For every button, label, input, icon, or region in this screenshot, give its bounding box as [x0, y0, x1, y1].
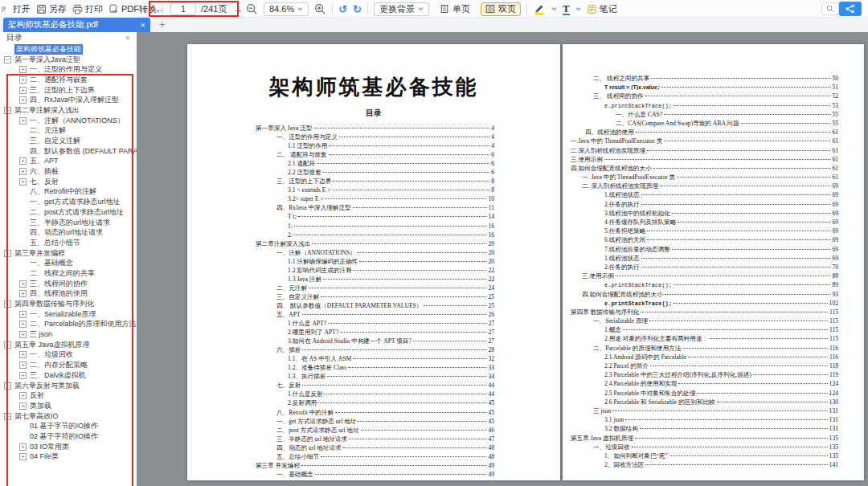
expand-icon[interactable]: + [19, 311, 27, 318]
expand-icon[interactable]: + [19, 66, 27, 73]
toc-tree-item[interactable]: 五、总结小细节 [0, 238, 137, 248]
save-as-button[interactable]: 另存 [36, 3, 67, 15]
toc-tree-item[interactable]: +三、泛型的上下边界 [0, 85, 137, 96]
toc-tree-item[interactable]: 三、自定义注解 [0, 136, 137, 146]
toc-tree-item[interactable]: +二、Parcelable的原理和使用方法 [0, 320, 137, 330]
toc-tree-item[interactable]: 四、动态的url地址请求 [0, 227, 137, 238]
collapse-icon[interactable]: − [4, 382, 11, 390]
toc-tree-item[interactable]: +反射 [0, 390, 137, 401]
expand-icon[interactable]: + [19, 87, 27, 94]
search-input[interactable] [821, 2, 839, 15]
collapse-icon[interactable]: − [4, 341, 11, 349]
toc-tree-label: 二、内存分配策略 [30, 360, 88, 370]
expand-icon[interactable]: + [19, 392, 27, 399]
expand-icon[interactable]: + [19, 178, 27, 186]
expand-icon[interactable]: + [19, 290, 27, 297]
document-tab[interactable]: 架构师筑基必备技能.pdf × [3, 18, 150, 32]
zoom-in-icon[interactable] [314, 3, 326, 15]
rotate-left-icon[interactable]: ↺ [338, 3, 347, 15]
collapse-icon[interactable]: − [4, 250, 11, 257]
outline-close-icon[interactable]: × [125, 33, 130, 43]
highlighter-button[interactable] [533, 2, 546, 15]
toc-tree-item[interactable]: 02 基于字符的IO操作 [0, 431, 137, 442]
toc-tree-item[interactable]: −第二章注解深入浅出 [0, 105, 137, 116]
print-button[interactable]: 打印 [72, 3, 103, 15]
toc-tree-item[interactable]: 二、线程之间的共享 [0, 268, 137, 279]
toc-tree-item[interactable]: 二、元注解 [0, 126, 137, 137]
rotate-right-icon[interactable]: ↻ [353, 3, 362, 15]
chevron-down-icon[interactable] [551, 7, 557, 11]
toc-tree-item[interactable]: −第三章并发编程 [0, 248, 137, 259]
expand-icon[interactable]: + [19, 443, 27, 451]
toc-tree-item[interactable]: 四、默认参数值 (DEFAULT PARAMET [0, 146, 137, 157]
note-button[interactable]: 笔记 [587, 3, 617, 15]
toc-tree-item[interactable]: 01 基于字节的IO操作 [0, 421, 137, 431]
toc-tree-item[interactable]: +二、内存分配策略 [0, 360, 137, 370]
expand-icon[interactable]: + [19, 157, 27, 165]
toc-tree-item[interactable]: +四、线程池的使用 [0, 289, 137, 300]
toc-tree-item[interactable]: 一、基础概念 [0, 258, 137, 268]
next-page-button[interactable]: → [231, 1, 243, 17]
toc-tree-item[interactable]: 二、post方式请求静态url地址 [0, 207, 137, 218]
expand-icon[interactable]: + [19, 361, 27, 369]
collapse-icon[interactable]: − [4, 300, 11, 308]
expand-icon[interactable]: + [19, 96, 27, 104]
document-canvas[interactable]: 架构师筑基必备技能 目录 第一章深入 Java 泛型4一、泛型的作用与定义41.… [137, 32, 868, 486]
toc-line: 五、总结小细节48 [276, 453, 494, 462]
toc-tree-item[interactable]: +五、APT [0, 157, 137, 167]
expand-icon[interactable]: + [19, 168, 27, 175]
expand-icon[interactable]: + [19, 402, 27, 410]
toc-tree-item[interactable]: +三、Dalvik虚拟机 [0, 370, 137, 381]
single-page-button[interactable]: 单页 [435, 2, 475, 16]
toc-tree-item[interactable]: 架构师筑基必备技能 [0, 44, 137, 55]
toc-tree-item[interactable]: −第一章深入Java泛型 [0, 55, 137, 65]
expand-icon[interactable]: + [19, 76, 27, 84]
toc-tree-item[interactable]: +三 json [0, 329, 137, 340]
pdf-convert-button[interactable]: PDF转换 [108, 3, 157, 15]
open-button[interactable]: 打开 [13, 3, 31, 15]
collapse-icon[interactable]: − [4, 413, 11, 420]
toc-tree-item[interactable]: +一、垃圾回收 [0, 350, 137, 361]
toc-tree-item[interactable]: 八、Retrofit中的注解 [0, 187, 137, 198]
page-number-input[interactable] [170, 2, 196, 15]
collapse-icon[interactable]: − [4, 107, 11, 114]
toc-tree-item[interactable]: +四、RxJava中深入理解泛型 [0, 95, 137, 105]
double-page-button[interactable]: 双页 [481, 2, 521, 16]
toc-tree-item[interactable]: −第六章反射与类加载 [0, 381, 137, 391]
text-color-button[interactable]: T [563, 3, 570, 15]
toc-tree-item[interactable]: +七、反射 [0, 177, 137, 187]
dot-leader [361, 430, 487, 431]
expand-icon[interactable]: + [19, 372, 27, 379]
tab-close-icon[interactable]: × [141, 20, 145, 30]
expand-icon[interactable]: + [19, 453, 27, 460]
toc-tree-item[interactable]: +一、注解（ANNOTATIONS） [0, 116, 137, 126]
toc-tree-item[interactable]: +二、通配符与嵌套 [0, 75, 137, 85]
toc-tree-item[interactable]: 一、get方式请求静态url地址 [0, 197, 137, 207]
expand-icon[interactable]: + [19, 321, 27, 328]
expand-icon[interactable]: + [19, 351, 27, 358]
change-background-dropdown[interactable]: 更换背景 [374, 2, 429, 16]
toc-tree-item[interactable]: +03 IO常用类 [0, 442, 137, 452]
expand-icon[interactable]: + [19, 117, 27, 125]
expand-icon[interactable]: + [19, 280, 27, 288]
outline-header: 目录 × [0, 32, 137, 43]
zoom-level-dropdown[interactable]: 84.6% [264, 2, 309, 16]
toc-tree-item[interactable]: +04 File类 [0, 452, 137, 463]
toc-tree-item[interactable]: +六、插桩 [0, 166, 137, 177]
expand-icon[interactable]: + [19, 331, 27, 338]
toc-tree-item[interactable]: +类加载 [0, 401, 137, 411]
dot-leader [298, 216, 487, 217]
new-tab-button[interactable]: + [159, 18, 166, 31]
toc-tree-item[interactable]: +一、泛型的作用与定义 [0, 64, 137, 75]
toc-tree-item[interactable]: +一、Serializable原理 [0, 309, 137, 320]
toc-tree-item[interactable]: 三、半静态的url地址请求 [0, 218, 137, 228]
toc-tree-item[interactable]: −第七章高效IO [0, 411, 137, 422]
previous-page-button[interactable]: ← [154, 1, 166, 17]
toc-tree-item[interactable]: −第四章数据传输与序列化 [0, 299, 137, 309]
share-button[interactable] [839, 2, 862, 16]
toc-tree-item[interactable]: +三、线程间的协作 [0, 279, 137, 289]
toc-tree-item[interactable]: −第五章 Java虚拟机原理 [0, 340, 137, 350]
zoom-out-icon[interactable] [246, 3, 258, 15]
chevron-down-icon[interactable] [575, 7, 581, 11]
collapse-icon[interactable]: − [4, 56, 11, 63]
